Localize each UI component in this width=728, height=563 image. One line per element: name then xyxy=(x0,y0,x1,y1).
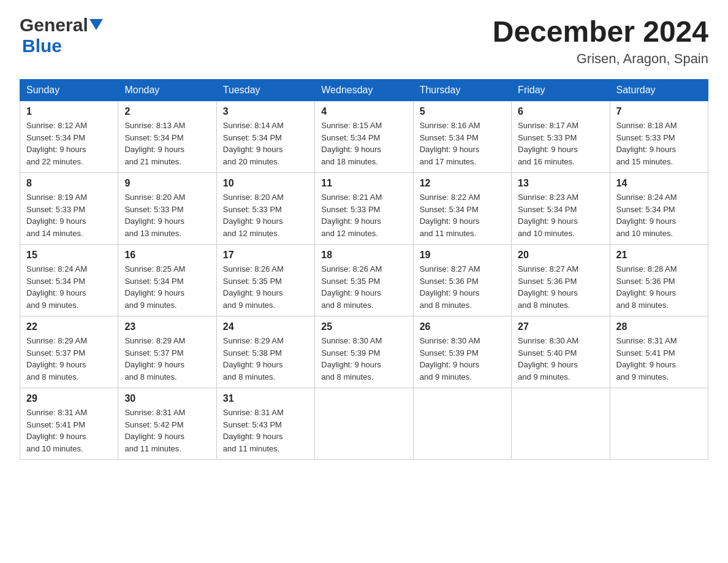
svg-marker-0 xyxy=(89,19,103,30)
calendar-cell: 13Sunrise: 8:23 AMSunset: 5:34 PMDayligh… xyxy=(512,173,610,245)
day-info: Sunrise: 8:30 AMSunset: 5:39 PMDaylight:… xyxy=(321,335,406,383)
calendar-cell: 18Sunrise: 8:26 AMSunset: 5:35 PMDayligh… xyxy=(315,245,413,316)
location-title: Grisen, Aragon, Spain xyxy=(493,51,708,67)
calendar-cell: 2Sunrise: 8:13 AMSunset: 5:34 PMDaylight… xyxy=(118,101,216,173)
logo-blue-text: Blue xyxy=(22,36,62,56)
day-info: Sunrise: 8:13 AMSunset: 5:34 PMDaylight:… xyxy=(124,120,210,167)
day-info: Sunrise: 8:31 AMSunset: 5:43 PMDaylight:… xyxy=(223,407,308,454)
day-info: Sunrise: 8:21 AMSunset: 5:33 PMDaylight:… xyxy=(321,191,406,239)
column-header-friday: Friday xyxy=(512,80,610,101)
day-info: Sunrise: 8:18 AMSunset: 5:33 PMDaylight:… xyxy=(616,120,702,167)
day-info: Sunrise: 8:14 AMSunset: 5:34 PMDaylight:… xyxy=(223,120,308,167)
day-number: 18 xyxy=(321,250,406,261)
day-info: Sunrise: 8:15 AMSunset: 5:34 PMDaylight:… xyxy=(321,120,406,167)
calendar-cell xyxy=(610,388,708,460)
logo: General Blue xyxy=(20,15,103,56)
calendar-cell: 3Sunrise: 8:14 AMSunset: 5:34 PMDaylight… xyxy=(216,101,314,173)
column-header-saturday: Saturday xyxy=(610,80,708,101)
day-number: 23 xyxy=(124,321,210,332)
calendar-cell: 5Sunrise: 8:16 AMSunset: 5:34 PMDaylight… xyxy=(413,101,511,173)
calendar-cell: 27Sunrise: 8:30 AMSunset: 5:40 PMDayligh… xyxy=(512,316,610,388)
day-number: 15 xyxy=(26,250,112,261)
day-number: 9 xyxy=(124,178,210,189)
day-number: 22 xyxy=(26,321,112,332)
day-number: 16 xyxy=(124,250,210,261)
day-info: Sunrise: 8:19 AMSunset: 5:33 PMDaylight:… xyxy=(26,191,112,239)
day-info: Sunrise: 8:29 AMSunset: 5:37 PMDaylight:… xyxy=(26,335,112,383)
day-number: 3 xyxy=(223,106,308,117)
day-info: Sunrise: 8:22 AMSunset: 5:34 PMDaylight:… xyxy=(420,191,505,239)
day-info: Sunrise: 8:31 AMSunset: 5:41 PMDaylight:… xyxy=(26,407,112,454)
day-number: 30 xyxy=(124,393,210,404)
calendar-week-1: 1Sunrise: 8:12 AMSunset: 5:34 PMDaylight… xyxy=(20,101,708,173)
calendar-cell: 14Sunrise: 8:24 AMSunset: 5:34 PMDayligh… xyxy=(610,173,708,245)
calendar-cell: 4Sunrise: 8:15 AMSunset: 5:34 PMDaylight… xyxy=(315,101,413,173)
day-number: 24 xyxy=(223,321,308,332)
calendar-week-5: 29Sunrise: 8:31 AMSunset: 5:41 PMDayligh… xyxy=(20,388,708,460)
calendar-table: SundayMondayTuesdayWednesdayThursdayFrid… xyxy=(20,79,708,460)
day-number: 28 xyxy=(616,321,702,332)
day-info: Sunrise: 8:12 AMSunset: 5:34 PMDaylight:… xyxy=(26,120,112,167)
day-number: 26 xyxy=(420,321,505,332)
calendar-cell: 22Sunrise: 8:29 AMSunset: 5:37 PMDayligh… xyxy=(20,316,118,388)
calendar-cell: 26Sunrise: 8:30 AMSunset: 5:39 PMDayligh… xyxy=(413,316,511,388)
day-number: 7 xyxy=(616,106,702,117)
calendar-cell xyxy=(512,388,610,460)
calendar-cell: 8Sunrise: 8:19 AMSunset: 5:33 PMDaylight… xyxy=(20,173,118,245)
day-info: Sunrise: 8:20 AMSunset: 5:33 PMDaylight:… xyxy=(223,191,308,239)
column-header-monday: Monday xyxy=(118,80,216,101)
column-header-thursday: Thursday xyxy=(413,80,511,101)
day-info: Sunrise: 8:26 AMSunset: 5:35 PMDaylight:… xyxy=(321,263,406,311)
logo-arrow-icon xyxy=(89,19,103,33)
day-info: Sunrise: 8:28 AMSunset: 5:36 PMDaylight:… xyxy=(616,263,702,311)
calendar-cell: 29Sunrise: 8:31 AMSunset: 5:41 PMDayligh… xyxy=(20,388,118,460)
column-header-wednesday: Wednesday xyxy=(315,80,413,101)
day-number: 12 xyxy=(420,178,505,189)
day-number: 6 xyxy=(518,106,603,117)
day-info: Sunrise: 8:29 AMSunset: 5:37 PMDaylight:… xyxy=(124,335,210,383)
day-number: 4 xyxy=(321,106,406,117)
day-info: Sunrise: 8:25 AMSunset: 5:34 PMDaylight:… xyxy=(124,263,210,311)
calendar-cell: 15Sunrise: 8:24 AMSunset: 5:34 PMDayligh… xyxy=(20,245,118,316)
calendar-cell: 7Sunrise: 8:18 AMSunset: 5:33 PMDaylight… xyxy=(610,101,708,173)
calendar-week-3: 15Sunrise: 8:24 AMSunset: 5:34 PMDayligh… xyxy=(20,245,708,316)
day-info: Sunrise: 8:24 AMSunset: 5:34 PMDaylight:… xyxy=(26,263,112,311)
day-info: Sunrise: 8:27 AMSunset: 5:36 PMDaylight:… xyxy=(420,263,505,311)
calendar-week-2: 8Sunrise: 8:19 AMSunset: 5:33 PMDaylight… xyxy=(20,173,708,245)
title-block: December 2024 Grisen, Aragon, Spain xyxy=(493,15,708,67)
calendar-cell: 1Sunrise: 8:12 AMSunset: 5:34 PMDaylight… xyxy=(20,101,118,173)
day-number: 25 xyxy=(321,321,406,332)
calendar-cell: 31Sunrise: 8:31 AMSunset: 5:43 PMDayligh… xyxy=(216,388,314,460)
calendar-cell xyxy=(413,388,511,460)
day-number: 14 xyxy=(616,178,702,189)
calendar-cell: 11Sunrise: 8:21 AMSunset: 5:33 PMDayligh… xyxy=(315,173,413,245)
day-number: 2 xyxy=(124,106,210,117)
column-header-tuesday: Tuesday xyxy=(216,80,314,101)
calendar-cell: 24Sunrise: 8:29 AMSunset: 5:38 PMDayligh… xyxy=(216,316,314,388)
calendar-cell: 10Sunrise: 8:20 AMSunset: 5:33 PMDayligh… xyxy=(216,173,314,245)
day-number: 29 xyxy=(26,393,112,404)
day-number: 8 xyxy=(26,178,112,189)
day-number: 1 xyxy=(26,106,112,117)
day-info: Sunrise: 8:23 AMSunset: 5:34 PMDaylight:… xyxy=(518,191,603,239)
day-info: Sunrise: 8:30 AMSunset: 5:40 PMDaylight:… xyxy=(518,335,603,383)
day-number: 27 xyxy=(518,321,603,332)
day-info: Sunrise: 8:29 AMSunset: 5:38 PMDaylight:… xyxy=(223,335,308,383)
day-number: 20 xyxy=(518,250,603,261)
calendar-header-row: SundayMondayTuesdayWednesdayThursdayFrid… xyxy=(20,80,708,101)
calendar-cell: 28Sunrise: 8:31 AMSunset: 5:41 PMDayligh… xyxy=(610,316,708,388)
calendar-cell: 23Sunrise: 8:29 AMSunset: 5:37 PMDayligh… xyxy=(118,316,216,388)
day-number: 21 xyxy=(616,250,702,261)
calendar-cell: 25Sunrise: 8:30 AMSunset: 5:39 PMDayligh… xyxy=(315,316,413,388)
calendar-cell: 21Sunrise: 8:28 AMSunset: 5:36 PMDayligh… xyxy=(610,245,708,316)
day-number: 5 xyxy=(420,106,505,117)
calendar-cell: 9Sunrise: 8:20 AMSunset: 5:33 PMDaylight… xyxy=(118,173,216,245)
calendar-cell: 30Sunrise: 8:31 AMSunset: 5:42 PMDayligh… xyxy=(118,388,216,460)
day-info: Sunrise: 8:27 AMSunset: 5:36 PMDaylight:… xyxy=(518,263,603,311)
day-number: 19 xyxy=(420,250,505,261)
day-info: Sunrise: 8:26 AMSunset: 5:35 PMDaylight:… xyxy=(223,263,308,311)
calendar-week-4: 22Sunrise: 8:29 AMSunset: 5:37 PMDayligh… xyxy=(20,316,708,388)
day-number: 31 xyxy=(223,393,308,404)
day-info: Sunrise: 8:31 AMSunset: 5:41 PMDaylight:… xyxy=(616,335,702,383)
column-header-sunday: Sunday xyxy=(20,80,118,101)
